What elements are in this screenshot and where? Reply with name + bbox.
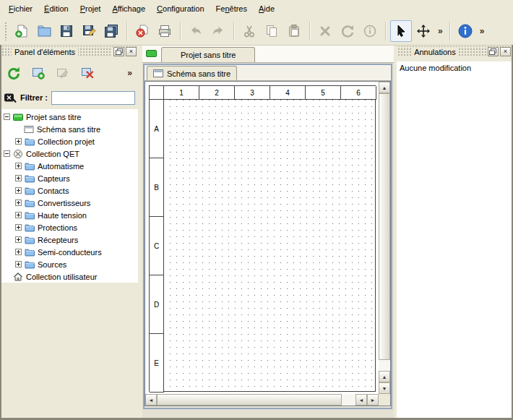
select-tool-button[interactable]: [390, 20, 412, 42]
save-as-button[interactable]: [78, 20, 100, 42]
save-button[interactable]: [56, 20, 77, 42]
redo-button[interactable]: [207, 20, 229, 42]
scroll-left-button-2[interactable]: ◄: [355, 394, 367, 406]
paper-corner: [150, 86, 164, 100]
tree-item-collection-projet[interactable]: Collection projet: [1, 135, 138, 147]
expand-icon[interactable]: [15, 163, 22, 169]
tree-item-capteurs[interactable]: Capteurs: [1, 172, 138, 184]
scroll-up-button[interactable]: ▲: [379, 82, 390, 93]
float-panel-button[interactable]: [113, 47, 124, 56]
folder-icon: [25, 161, 35, 171]
menu-projet[interactable]: Projet: [74, 1, 107, 16]
schema-tab[interactable]: Schéma sans titre: [147, 66, 237, 80]
vertical-scroll-track[interactable]: [379, 93, 390, 371]
expand-icon[interactable]: [15, 249, 22, 255]
menu-edition[interactable]: Édition: [38, 1, 74, 16]
reload-collections-button[interactable]: [3, 62, 25, 84]
vertical-scrollbar[interactable]: ▲ ▲ ▼: [379, 82, 390, 394]
scroll-right-button[interactable]: ►: [367, 394, 379, 406]
delete-button[interactable]: [314, 20, 336, 42]
tree-item-collection-utilisateur[interactable]: Collection utilisateur: [1, 270, 138, 283]
expand-icon[interactable]: [15, 261, 22, 267]
about-button[interactable]: [454, 20, 476, 42]
scroll-left-button[interactable]: ◄: [145, 394, 157, 406]
new-document-icon: [14, 23, 30, 39]
scroll-up-button-2[interactable]: ▲: [379, 371, 390, 382]
collapse-icon[interactable]: [4, 150, 10, 157]
vertical-scroll-thumb[interactable]: [379, 93, 390, 360]
open-project-button[interactable]: [33, 20, 55, 42]
horizontal-scroll-thumb[interactable]: [157, 394, 342, 406]
float-panel-button[interactable]: [488, 47, 499, 56]
tree-item-protections[interactable]: Protections: [1, 221, 138, 233]
folder-icon: [25, 198, 35, 208]
tree-item-contacts[interactable]: Contacts: [1, 184, 138, 197]
tree-item-semi-conducteurs[interactable]: Semi-conducteurs: [1, 246, 138, 258]
undo-history-list[interactable]: Aucune modification: [397, 61, 512, 420]
menu-fichier[interactable]: Fichier: [3, 1, 38, 16]
collapse-icon[interactable]: [4, 113, 10, 120]
expand-icon[interactable]: [15, 187, 22, 194]
scroll-down-button[interactable]: ▼: [379, 382, 390, 394]
element-info-button[interactable]: [359, 20, 381, 42]
panel-toolbar-overflow-button[interactable]: »: [124, 68, 135, 78]
copy-button[interactable]: [261, 20, 283, 42]
arrow-up-icon: ▲: [382, 374, 387, 380]
cut-button[interactable]: [238, 20, 260, 42]
delete-element-button[interactable]: [77, 62, 98, 84]
expand-icon[interactable]: [15, 212, 22, 218]
tree-item-automatisme[interactable]: Automatisme: [1, 160, 138, 172]
tree-item-schema-sans-titre[interactable]: Schéma sans titre: [1, 123, 138, 135]
toolbar-grip[interactable]: [4, 22, 8, 40]
expand-icon[interactable]: [15, 236, 22, 243]
expand-icon[interactable]: [15, 200, 22, 206]
schema-tab-icon: [153, 69, 163, 77]
elements-panel: Panel d'éléments ×: [0, 46, 139, 420]
undo-button[interactable]: [185, 20, 207, 42]
menu-aide[interactable]: Aide: [253, 1, 280, 16]
tree-item-projet-sans-titre[interactable]: Projet sans titre: [1, 111, 138, 123]
close-panel-button[interactable]: ×: [126, 47, 137, 56]
rotate-button[interactable]: [337, 20, 358, 42]
diagram-canvas[interactable]: 1 2 3 4 5 6 A B C D E: [145, 82, 379, 394]
tree-item-convertisseurs[interactable]: Convertisseurs: [1, 197, 138, 209]
tree-item-sources[interactable]: Sources: [1, 258, 138, 270]
new-project-button[interactable]: [11, 20, 33, 42]
close-file-button[interactable]: [132, 20, 153, 42]
tools-overflow-button[interactable]: »: [435, 26, 446, 36]
print-button[interactable]: [154, 20, 176, 42]
cursor-arrow-icon: [393, 23, 409, 39]
arrow-up-icon: ▲: [382, 85, 387, 90]
save-all-button[interactable]: [100, 20, 122, 42]
project-tabbar: Projet sans titre: [142, 46, 394, 63]
elements-panel-header[interactable]: Panel d'éléments ×: [1, 46, 137, 57]
move-tool-button[interactable]: [413, 20, 434, 42]
project-tab-label: Projet sans titre: [181, 51, 236, 59]
help-overflow-button[interactable]: »: [477, 26, 488, 36]
dot-grid[interactable]: [164, 100, 376, 393]
paste-button[interactable]: [283, 20, 305, 42]
menu-affichage[interactable]: Affichage: [106, 1, 151, 16]
clear-filter-icon[interactable]: [4, 93, 17, 103]
undo-panel-header[interactable]: Annulations ×: [397, 46, 511, 57]
expand-icon[interactable]: [15, 224, 22, 231]
menu-fenetres[interactable]: Fenêtres: [210, 1, 253, 16]
expand-icon[interactable]: [15, 175, 22, 181]
tree-item-recepteurs[interactable]: Récepteurs: [1, 233, 138, 246]
new-element-button[interactable]: [27, 62, 49, 84]
close-panel-button[interactable]: ×: [500, 47, 511, 56]
close-icon: ×: [129, 48, 133, 55]
tree-item-collection-qet[interactable]: Collection QET: [1, 147, 138, 160]
horizontal-scroll-track[interactable]: [157, 394, 355, 406]
tree-item-label: Projet sans titre: [26, 113, 81, 121]
expand-icon[interactable]: [15, 138, 22, 145]
horizontal-scrollbar[interactable]: ◄ ◄ ►: [145, 394, 379, 406]
menu-configuration[interactable]: Configuration: [151, 1, 210, 16]
redo-icon: [210, 23, 226, 39]
tree-item-haute-tension[interactable]: Haute tension: [1, 209, 138, 221]
project-tab[interactable]: Projet sans titre: [161, 47, 255, 62]
save-all-icon: [103, 23, 119, 39]
filter-input[interactable]: [51, 91, 135, 105]
edit-element-button[interactable]: [52, 62, 74, 84]
toolbar-separator: [233, 22, 235, 40]
